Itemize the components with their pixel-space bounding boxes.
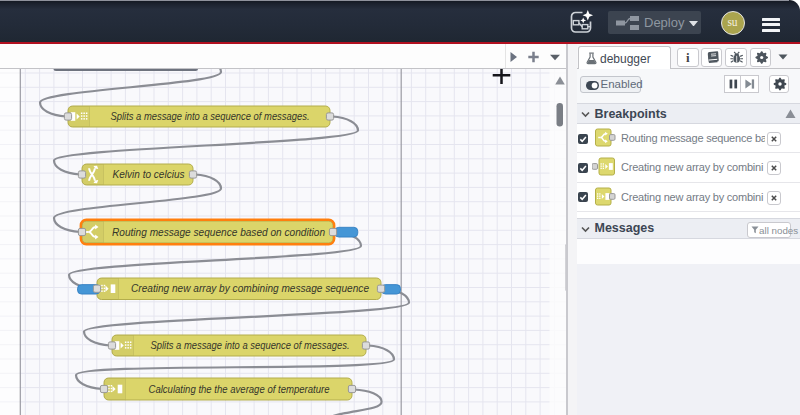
svg-text:Splits a message into a sequen: Splits a message into a sequence of mess… bbox=[111, 111, 310, 122]
svg-text:Creating new array by combinin: Creating new array by combining message … bbox=[131, 283, 369, 294]
svg-text:Splits a message into a sequen: Splits a message into a sequence of mess… bbox=[151, 340, 350, 351]
svg-text:Calculating the the average of: Calculating the the average of temperatu… bbox=[149, 384, 330, 395]
svg-text:Kelvin to celcius: Kelvin to celcius bbox=[113, 169, 185, 180]
svg-text:Routing message sequence based: Routing message sequence based on condit… bbox=[112, 227, 325, 238]
